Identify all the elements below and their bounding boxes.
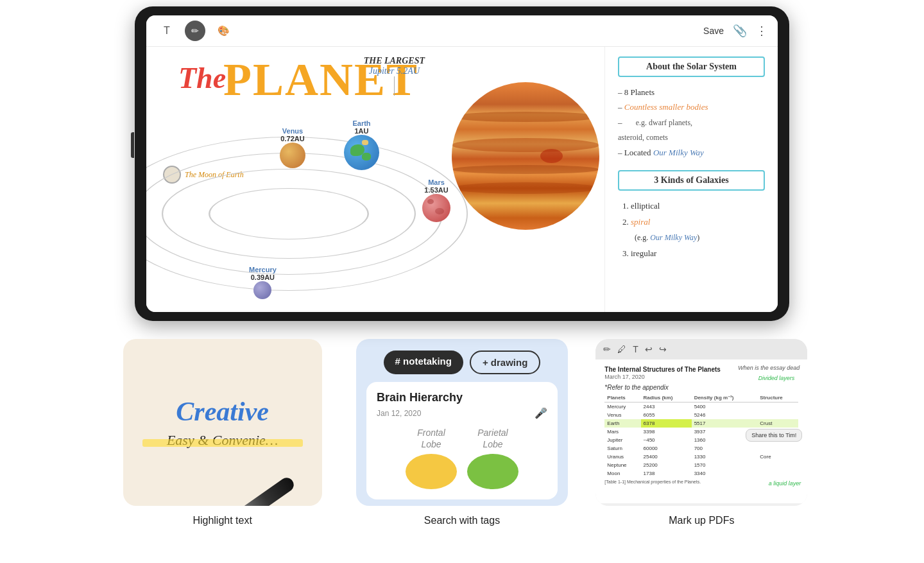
mars-label: Mars1.53AU [424, 178, 448, 194]
brain-parietal: ParietalLobe [467, 427, 518, 489]
attach-icon[interactable]: 📎 [733, 24, 747, 38]
table-row: Moon17383340 [604, 469, 798, 478]
brain-frontal: FrontalLobe [406, 427, 457, 489]
planet-venus: Venus0.72AU [280, 127, 305, 168]
earth-circle [344, 135, 379, 170]
canvas-area: The PLANET THE LARGEST Jupiter 5.2AU The… [146, 47, 778, 312]
share-badge: Share this to Tim! [746, 429, 802, 442]
stylus [235, 475, 296, 506]
toolbar: T ✏ 🎨 Save 📎 ⋮ [146, 15, 778, 47]
note-item-examples: e.g. dwarf planets,asteroid, comets [618, 115, 765, 145]
search-card-inner: Brain Hierarchy Jan 12, 2020 🎤 FrontalLo… [366, 382, 558, 499]
galaxies-box: 3 Kinds of Galaxies [618, 170, 765, 191]
mercury-label: Mercury0.39AU [249, 266, 277, 281]
largest-au: Jupiter 5.2AU [364, 66, 425, 76]
parietal-blob [467, 454, 518, 489]
pdf-content: The Internal Structures of The Planets M… [595, 359, 807, 503]
palette-tool-icon: 🎨 [218, 25, 230, 37]
notes-panel: About the Solar System 8 Planets Countle… [604, 47, 778, 312]
search-card: # notetaking + drawing Brain Hierarchy J… [356, 339, 568, 506]
solar-system-list: 8 Planets Countless smaller bodies e.g. … [618, 85, 765, 160]
table-row: Neptune252001570 [604, 461, 798, 469]
milkyway-text: Our Milky Way [653, 148, 704, 157]
text-tool-button[interactable]: T [157, 21, 177, 41]
note-date: Jan 12, 2020 🎤 [377, 407, 547, 419]
planet-mercury: Mercury0.39AU [249, 266, 277, 299]
table-row: Saturn60000700 [604, 444, 798, 453]
solar-system-box: About the Solar System [618, 56, 765, 77]
highlight-label: Highlight text [193, 515, 252, 526]
galaxy-elliptical: elliptical [631, 198, 765, 214]
examples-text: e.g. dwarf planets,asteroid, comets [618, 118, 692, 142]
pdf-card: ✏ 🖊 T ↩ ↪ The Internal Structures of The… [595, 339, 807, 506]
brush-tool-button[interactable]: ✏ [185, 21, 205, 41]
mic-icon: 🎤 [535, 407, 547, 419]
feature-pdf: ✏ 🖊 T ↩ ↪ The Internal Structures of The… [582, 339, 821, 526]
note-item-planets: 8 Planets [618, 85, 765, 100]
venus-circle [280, 143, 305, 168]
pdf-refer: *Refer to the appendix [604, 384, 798, 391]
search-label: Search with tags [424, 515, 500, 526]
tablet-frame: T ✏ 🎨 Save 📎 ⋮ [135, 6, 789, 321]
mars-circle [422, 194, 450, 222]
venus-label: Venus0.72AU [280, 127, 304, 143]
pdf-undo-icon[interactable]: ↩ [645, 344, 653, 354]
highlight-underline [142, 439, 303, 447]
tag-drawing[interactable]: + drawing [470, 351, 540, 374]
galaxy-spiral: spiral (e.g. Our Milky Way) [631, 214, 765, 246]
largest-lines [394, 76, 395, 96]
save-button[interactable]: Save [703, 26, 724, 36]
spiral-milkyway: Our Milky Way [650, 233, 697, 242]
creative-text: Creative [176, 397, 269, 426]
feature-highlight: Creative Easy & Convenie… Highlight text [103, 339, 342, 526]
feature-search: # notetaking + drawing Brain Hierarchy J… [342, 339, 581, 526]
brush-tool-icon: ✏ [191, 26, 199, 36]
planet-mars: Mars1.53AU [422, 178, 450, 222]
pdf-pen-icon[interactable]: ✏ [603, 344, 611, 354]
col-structure: Structure [757, 394, 798, 403]
galaxies-list: elliptical spiral (e.g. Our Milky Way) i… [618, 198, 765, 262]
pdf-label: Mark up PDFs [669, 515, 734, 526]
note-title: Brain Hierarchy [377, 391, 547, 404]
more-options-icon[interactable]: ⋮ [756, 24, 767, 38]
col-radius: Radius (km) [641, 394, 692, 403]
when-label: When is the essay dead [738, 365, 800, 371]
tag-notetaking[interactable]: # notetaking [384, 351, 463, 374]
planet-earth: Earth1AU [344, 119, 379, 170]
toolbar-right: Save 📎 ⋮ [703, 24, 767, 38]
galaxy-irregular: iregular [631, 246, 765, 262]
parietal-label: ParietalLobe [477, 427, 508, 450]
tablet-side-button [131, 132, 134, 158]
largest-label: THE LARGEST Jupiter 5.2AU [364, 56, 425, 96]
table-row: Venus60555246 [604, 411, 798, 419]
tablet-section: T ✏ 🎨 Save 📎 ⋮ [0, 0, 924, 321]
features-section: Creative Easy & Convenie… Highlight text… [0, 339, 924, 526]
largest-text: THE LARGEST [364, 56, 425, 66]
pdf-text-icon[interactable]: T [633, 344, 638, 354]
col-planets: Planets [604, 394, 640, 403]
jupiter-planet [452, 82, 599, 230]
table-row: Mercury24435400 [604, 403, 798, 411]
frontal-label: FrontalLobe [417, 427, 445, 450]
pdf-toolbar: ✏ 🖊 T ↩ ↪ [595, 339, 807, 359]
pdf-redo-icon[interactable]: ↪ [659, 344, 667, 354]
planet-diagram: The PLANET THE LARGEST Jupiter 5.2AU The… [146, 47, 604, 312]
text-tool-icon: T [164, 25, 170, 37]
earth-label: Earth1AU [352, 119, 370, 135]
spiral-text: spiral [631, 217, 650, 227]
orbit-mars [146, 137, 468, 291]
countless-text: Countless smaller bodies [624, 102, 708, 112]
tags-row: # notetaking + drawing [384, 351, 541, 374]
tablet-screen: T ✏ 🎨 Save 📎 ⋮ [146, 15, 778, 312]
brain-visual: FrontalLobe ParietalLobe [377, 427, 547, 489]
highlight-card: Creative Easy & Convenie… [123, 339, 322, 506]
divided-annotation: Divided layers [758, 375, 795, 381]
pdf-highlight-icon[interactable]: 🖊 [617, 344, 626, 354]
table-row: Uranus254001330Core [604, 453, 798, 461]
palette-tool-button[interactable]: 🎨 [213, 21, 234, 41]
note-item-milkyway: Located Our Milky Way [618, 145, 765, 160]
table-row: Earth63785517Crust [604, 419, 798, 428]
title-the: The [178, 61, 226, 95]
liquid-note: a liquid layer [769, 480, 801, 487]
note-item-countless: Countless smaller bodies [618, 100, 765, 114]
